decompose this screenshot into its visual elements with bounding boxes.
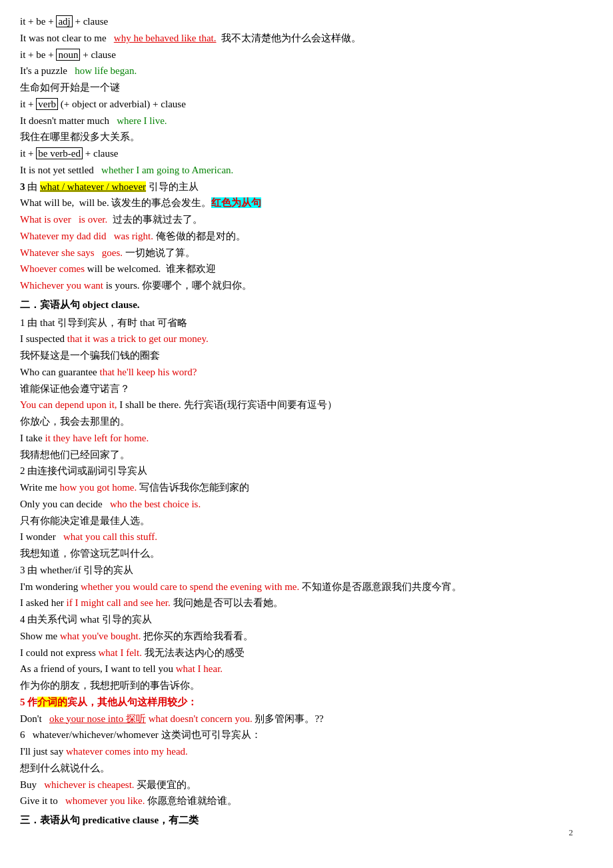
s2-line-16: 3 由 whether/if 引导的宾从 [20,562,593,579]
line-11: 3 由 what / whatever / whoever 引导的主从 [20,179,593,195]
s2-line-29: Buy whichever is cheapest. 买最便宜的。 [20,777,593,793]
s2-line-2: I suspected that it was a trick to get o… [20,331,593,347]
s2-line-3: 我怀疑这是一个骗我们钱的圈套 [20,347,593,364]
s2-line-9: 我猜想他们已经回家了。 [20,447,593,463]
s2-line-15: 我想知道，你管这玩艺叫什么。 [20,545,593,562]
line-7: It doesn't matter much where I live. [20,113,593,129]
s2-line-14: I wonder what you call this stuff. [20,529,593,545]
line-15: Whatever she says goes. 一切她说了算。 [20,245,593,261]
line-1: it + be + adj + clause [20,13,593,30]
s2-line-26: 6 whatever/whichever/whomever 这类词也可引导宾从： [20,727,593,743]
line-10: It is not yet settled whether I am going… [20,162,593,179]
line-3: it + be + noun + clause [20,47,593,63]
line-13: What is over is over. 过去的事就过去了。 [20,211,593,228]
page-number: 2 [569,826,574,840]
line-5: 生命如何开始是一个谜 [20,79,593,96]
section-2-header: 二．宾语从句 object clause. [20,297,593,313]
line-2: It was not clear to me why he behaved li… [20,30,593,47]
s2-line-19: 4 由关系代词 what 引导的宾从 [20,611,593,628]
s2-line-8: I take it they have left for home. [20,430,593,447]
s2-line-18: I asked her if I might call and see her.… [20,595,593,611]
s2-line-13: 只有你能决定谁是最佳人选。 [20,513,593,529]
s2-line-22: As a friend of yours, I want to tell you… [20,661,593,677]
line-14: Whatever my dad did was right. 俺爸做的都是对的。 [20,228,593,245]
line-9: it + be verb-ed + clause [20,145,593,162]
s2-line-5: 谁能保证他会遵守诺言？ [20,381,593,397]
page-content: it + be + adj + clause It was not clear … [20,13,593,853]
line-16: Whoever comes will be welcomed. 谁来都欢迎 [20,261,593,277]
line-4: It's a puzzle how life began. [20,63,593,79]
s2-line-24: 5 作介词的宾从，其他从句这样用较少： [20,694,593,711]
section-3-header: 三．表语从句 predicative clause，有二类 [20,812,593,829]
s2-line-25: Don't oke your nose into 探听 what doesn't… [20,711,593,727]
s2-line-30: Give it to whomever you like. 你愿意给谁就给谁。 [20,793,593,809]
s2-line-28: 想到什么就说什么。 [20,760,593,777]
s2-line-21: I could not express what I felt. 我无法表达内心… [20,645,593,661]
s2-line-1: 1 由 that 引导到宾从，有时 that 可省略 [20,315,593,331]
line-6: it + verb (+ object or adverbial) + clau… [20,96,593,113]
s2-line-4: Who can guarantee that he'll keep his wo… [20,364,593,381]
s2-line-17: I'm wondering whether you would care to … [20,579,593,595]
line-8: 我住在哪里都没多大关系。 [20,129,593,145]
s2-line-23: 作为你的朋友，我想把听到的事告诉你。 [20,677,593,694]
s2-line-10: 2 由连接代词或副词引导宾从 [20,463,593,479]
s2-line-11: Write me how you got home. 写信告诉我你怎能到家的 [20,479,593,496]
line-12: What will be, will be. 该发生的事总会发生。红色为从句 [20,195,593,211]
s2-line-6: You can depend upon it, I shall be there… [20,397,593,413]
s2-line-12: Only you can decide who the best choice … [20,496,593,513]
s2-line-20: Show me what you've bought. 把你买的东西给我看看。 [20,628,593,645]
line-17: Whichever you want is yours. 你要哪个，哪个就归你。 [20,277,593,294]
s2-line-7: 你放心，我会去那里的。 [20,413,593,430]
s2-line-27: I'll just say whatever comes into my hea… [20,743,593,760]
